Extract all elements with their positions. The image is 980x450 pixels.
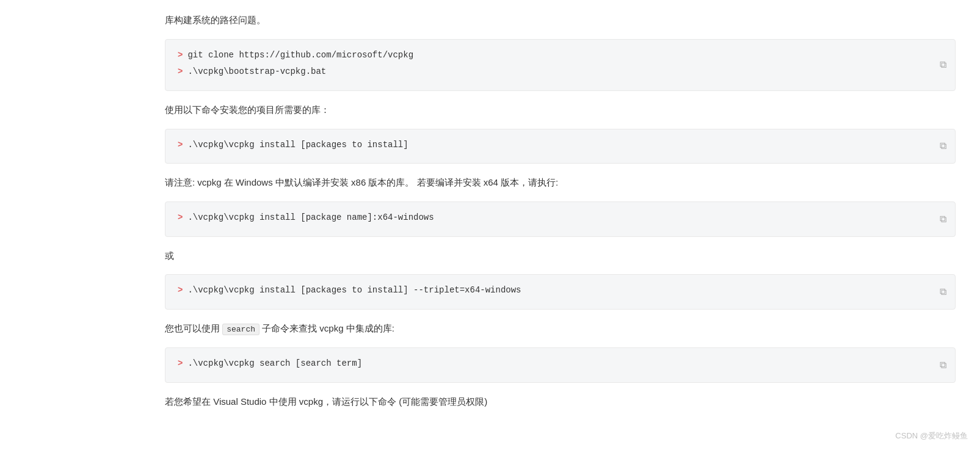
copy-button-1[interactable]: ⧉ xyxy=(940,59,946,70)
install-intro-text: 使用以下命令安装您的项目所需要的库： xyxy=(165,102,956,118)
watermark: CSDN @爱吃炸鳗鱼 xyxy=(895,429,968,443)
search-intro: 您也可以使用 search 子命令来查找 vcpkg 中集成的库: xyxy=(165,321,956,336)
vs-text: 若您希望在 Visual Studio 中使用 vcpkg，请运行以下命令 (可… xyxy=(165,394,956,410)
code-block-install: > .\vcpkg\vcpkg install [packages to ins… xyxy=(165,129,956,164)
code-text-1a: git clone https://github.com/microsoft/v… xyxy=(187,48,413,63)
prompt-6: > xyxy=(178,357,183,371)
code-block-git-clone: > git clone https://github.com/microsoft… xyxy=(165,39,956,92)
prompt-2: > xyxy=(178,65,183,79)
copy-button-3[interactable]: ⧉ xyxy=(940,214,946,225)
code-text-4: .\vcpkg\vcpkg install [packages to insta… xyxy=(187,283,521,298)
main-content: 库构建系统的路径问题。 > git clone https://github.c… xyxy=(0,0,980,450)
or-text: 或 xyxy=(165,248,956,264)
prompt-3: > xyxy=(178,138,183,153)
prompt-1: > xyxy=(178,48,183,63)
search-keyword: search xyxy=(222,324,260,335)
intro-text: 库构建系统的路径问题。 xyxy=(165,12,956,28)
code-text-5: .\vcpkg\vcpkg search [search term] xyxy=(187,357,362,371)
code-block-x64: > .\vcpkg\vcpkg install [package name]:x… xyxy=(165,201,956,237)
search-intro-after: 子命令来查找 vcpkg 中集成的库: xyxy=(262,323,394,333)
prompt-4: > xyxy=(178,211,183,225)
code-text-2: .\vcpkg\vcpkg install [packages to insta… xyxy=(187,138,408,153)
copy-button-4[interactable]: ⧉ xyxy=(940,286,946,297)
copy-button-5[interactable]: ⧉ xyxy=(940,360,946,371)
copy-button-2[interactable]: ⧉ xyxy=(940,140,946,151)
code-block-triplet: > .\vcpkg\vcpkg install [packages to ins… xyxy=(165,274,956,310)
prompt-5: > xyxy=(178,283,183,298)
code-text-1b: .\vcpkg\bootstrap-vcpkg.bat xyxy=(187,65,326,79)
code-block-search: > .\vcpkg\vcpkg search [search term] ⧉ xyxy=(165,347,956,383)
search-intro-before: 您也可以使用 xyxy=(165,323,220,333)
note-text: 请注意: vcpkg 在 Windows 中默认编译并安装 x86 版本的库。 … xyxy=(165,175,956,191)
code-text-3: .\vcpkg\vcpkg install [package name]:x64… xyxy=(187,211,434,225)
